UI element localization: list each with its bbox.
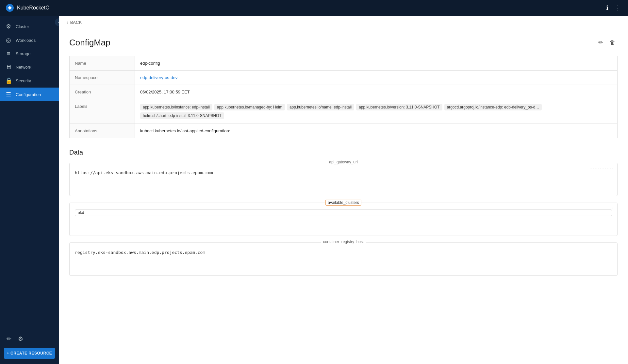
storage-icon: ≡ xyxy=(5,50,12,57)
creation-label: Creation xyxy=(70,85,135,99)
name-label: Name xyxy=(70,56,135,71)
sidebar-item-security-label: Security xyxy=(16,78,31,83)
data-field-content-api_gateway_url: https://api.eks-sandbox.aws.main.edp.pro… xyxy=(70,163,617,196)
data-field-container_registry_host: container_registry_host- - - - - - - - -… xyxy=(69,242,618,276)
sidebar-item-security[interactable]: 🔒 Security xyxy=(0,74,59,88)
sidebar-item-cluster[interactable]: ⚙ Cluster xyxy=(0,20,59,33)
sidebar-item-storage[interactable]: ≡ Storage xyxy=(0,47,59,60)
security-icon: 🔒 xyxy=(5,77,12,84)
annotations-value: kubectl.kubernetes.io/last-applied-confi… xyxy=(135,124,618,138)
sidebar-item-network[interactable]: 🖥 Network xyxy=(0,60,59,74)
sidebar-item-workloads-label: Workloads xyxy=(16,38,36,43)
data-field-content-available_clusters: okd xyxy=(70,203,617,236)
cluster-icon: ⚙ xyxy=(5,23,12,30)
data-field-copy-container_registry_host[interactable]: - - - - - - - - - - xyxy=(590,245,613,250)
data-fields-container: api_gateway_url- - - - - - - - - -https:… xyxy=(69,163,618,276)
data-field-value-container_registry_host: registry.eks-sandbox.aws.main.edp.projec… xyxy=(75,249,612,256)
sidebar-nav: ⚙ Cluster ◎ Workloads ≡ Storage 🖥 Networ… xyxy=(0,16,59,330)
sidebar-item-configuration-label: Configuration xyxy=(16,92,41,97)
data-field-content-container_registry_host: registry.eks-sandbox.aws.main.edp.projec… xyxy=(70,243,617,275)
data-field-value-available_clusters: okd xyxy=(75,209,612,216)
back-icon: ‹ xyxy=(67,20,68,25)
labels-label: Labels xyxy=(70,99,135,124)
info-row-creation: Creation 06/02/2025, 17:00:59 EET xyxy=(70,85,618,99)
workloads-icon: ◎ xyxy=(5,37,12,44)
logo-icon xyxy=(5,3,14,12)
data-field-label-container_registry_host: container_registry_host xyxy=(321,240,366,244)
namespace-link[interactable]: edp-delivery-os-dev xyxy=(140,75,177,80)
topbar-logo: KubeRocketCI xyxy=(5,3,602,12)
data-section-title: Data xyxy=(69,149,618,156)
back-bar[interactable]: ‹ BACK xyxy=(59,16,628,29)
label-chip: app.kubernetes.io/version: 3.11.0-SNAPSH… xyxy=(356,104,442,110)
create-resource-button[interactable]: + CREATE RESOURCE xyxy=(4,348,55,359)
configuration-icon: ☰ xyxy=(5,91,12,98)
annotations-label: Annotations xyxy=(70,124,135,138)
data-field-label-available_clusters: available_clusters xyxy=(325,200,361,206)
data-field-api_gateway_url: api_gateway_url- - - - - - - - - -https:… xyxy=(69,163,618,196)
app-title: KubeRocketCI xyxy=(17,5,51,11)
sidebar-bottom: ✏ ⚙ xyxy=(0,330,59,348)
edit-settings-button[interactable]: ✏ xyxy=(5,334,13,344)
info-table: Name edp-config Namespace edp-delivery-o… xyxy=(69,56,618,138)
data-field-copy-api_gateway_url[interactable]: - - - - - - - - - - xyxy=(590,166,613,170)
info-row-annotations: Annotations kubectl.kubernetes.io/last-a… xyxy=(70,124,618,138)
data-field-label-api_gateway_url: api_gateway_url xyxy=(327,160,359,164)
label-chip: argocd.argoproj.io/instance-edp: edp-del… xyxy=(444,104,542,110)
gear-settings-button[interactable]: ⚙ xyxy=(17,334,25,344)
network-icon: 🖥 xyxy=(5,64,12,71)
labels-value: app.kubernetes.io/instance: edp-installa… xyxy=(135,99,618,124)
label-chip: app.kubernetes.io/instance: edp-install xyxy=(140,104,212,110)
namespace-label: Namespace xyxy=(70,71,135,85)
info-button[interactable]: ℹ xyxy=(604,2,610,13)
data-field-value-api_gateway_url: https://api.eks-sandbox.aws.main.edp.pro… xyxy=(75,170,612,176)
content-inner: ConfigMap ✏ 🗑 Name edp-config Namespace … xyxy=(59,29,628,290)
delete-button[interactable]: 🗑 xyxy=(608,37,618,48)
main-layout: ‹ ⚙ Cluster ◎ Workloads ≡ Storage 🖥 Netw… xyxy=(0,16,628,364)
sidebar-item-storage-label: Storage xyxy=(16,51,31,56)
sidebar-item-workloads[interactable]: ◎ Workloads xyxy=(0,33,59,47)
more-button[interactable]: ⋮ xyxy=(613,2,623,13)
creation-value: 06/02/2025, 17:00:59 EET xyxy=(135,85,618,99)
svg-point-1 xyxy=(9,7,11,9)
sidebar: ‹ ⚙ Cluster ◎ Workloads ≡ Storage 🖥 Netw… xyxy=(0,16,59,364)
name-value: edp-config xyxy=(135,56,618,71)
topbar: KubeRocketCI ℹ ⋮ xyxy=(0,0,628,16)
sidebar-item-configuration[interactable]: ☰ Configuration xyxy=(0,88,59,101)
label-chip: app.kubernetes.io/name: edp-install xyxy=(287,104,354,110)
label-chip: app.kubernetes.io/managed-by: Helm xyxy=(214,104,285,110)
back-label: BACK xyxy=(70,20,82,25)
namespace-value: edp-delivery-os-dev xyxy=(135,71,618,85)
info-row-namespace: Namespace edp-delivery-os-dev xyxy=(70,71,618,85)
data-field-available_clusters: available_clusters·okd xyxy=(69,203,618,236)
sidebar-item-cluster-label: Cluster xyxy=(16,24,29,29)
edit-button[interactable]: ✏ xyxy=(596,37,605,48)
content-area: ‹ BACK ConfigMap ✏ 🗑 Name edp-config Nam… xyxy=(59,16,628,364)
label-chip: helm.sh/chart: edp-install-3.11.0-SNAPSH… xyxy=(140,112,224,119)
page-actions: ✏ 🗑 xyxy=(596,37,618,48)
info-row-name: Name edp-config xyxy=(70,56,618,71)
page-title-row: ConfigMap ✏ 🗑 xyxy=(69,37,618,48)
page-title: ConfigMap xyxy=(69,38,110,48)
labels-container: app.kubernetes.io/instance: edp-installa… xyxy=(140,104,612,119)
topbar-actions: ℹ ⋮ xyxy=(604,2,623,13)
sidebar-item-network-label: Network xyxy=(16,65,31,70)
data-field-copy-available_clusters[interactable]: · xyxy=(612,206,613,210)
info-row-labels: Labels app.kubernetes.io/instance: edp-i… xyxy=(70,99,618,124)
